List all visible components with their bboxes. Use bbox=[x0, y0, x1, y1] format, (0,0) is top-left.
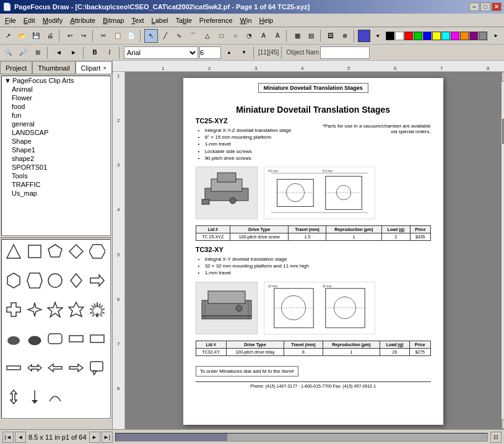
color-swatch-white[interactable] bbox=[395, 32, 404, 40]
close-button[interactable]: ✕ bbox=[492, 2, 502, 11]
bold-button[interactable]: B bbox=[88, 46, 102, 59]
italic-button[interactable]: I bbox=[103, 46, 116, 59]
shape-cross[interactable] bbox=[4, 300, 23, 319]
shape-callout[interactable] bbox=[88, 359, 106, 377]
shape-arrow-right-notch[interactable] bbox=[67, 359, 85, 377]
menu-edit[interactable]: Edit bbox=[20, 15, 39, 25]
font-size-up[interactable]: ▲ bbox=[222, 46, 236, 59]
bezier-tool[interactable]: ⌒ bbox=[186, 29, 200, 43]
textbox-tool[interactable]: A bbox=[271, 29, 285, 43]
menu-bitmap[interactable]: Bitmap bbox=[99, 15, 128, 25]
font-size-down[interactable]: ▼ bbox=[237, 46, 251, 59]
rect-tool[interactable]: □ bbox=[215, 29, 228, 43]
color-swatch-blue[interactable] bbox=[423, 32, 432, 40]
tree-item-us-map[interactable]: Us_map bbox=[2, 189, 110, 198]
nav-prev-button[interactable]: ◄ bbox=[15, 432, 26, 443]
shape-arrow-double-v[interactable] bbox=[4, 388, 23, 406]
shape-hexagon-wide[interactable] bbox=[88, 242, 106, 261]
line-tool[interactable]: ╱ bbox=[159, 29, 172, 43]
menu-label[interactable]: Label bbox=[148, 15, 172, 25]
nav-first-button[interactable]: |◄ bbox=[2, 432, 14, 443]
polygon-tool[interactable]: △ bbox=[201, 29, 214, 43]
shape-diamond[interactable] bbox=[67, 242, 85, 261]
tab-thumbnail[interactable]: Thumbnail bbox=[32, 61, 75, 74]
grid-tool[interactable]: ▦ bbox=[290, 29, 304, 43]
maximize-button[interactable]: □ bbox=[480, 2, 490, 11]
tree-root[interactable]: ▼ PageFocus Clip Arts bbox=[2, 76, 110, 85]
shape-hexagon1[interactable] bbox=[4, 271, 23, 290]
menu-preference[interactable]: Preference bbox=[196, 15, 237, 25]
nav-next-button[interactable]: ► bbox=[89, 432, 100, 443]
shape-small-rect[interactable] bbox=[88, 329, 106, 348]
menu-modify[interactable]: Modify bbox=[39, 15, 66, 25]
tree-item-tools[interactable]: Tools bbox=[2, 172, 110, 180]
shape-oval[interactable] bbox=[25, 329, 44, 348]
shape-arrow-right[interactable] bbox=[88, 271, 106, 290]
shape-arrow-double-h[interactable] bbox=[25, 359, 44, 377]
open-button[interactable]: 📂 bbox=[15, 29, 29, 43]
menu-file[interactable]: File bbox=[1, 15, 20, 25]
current-color-fill[interactable] bbox=[358, 30, 370, 42]
tree-item-shape[interactable]: Shape bbox=[2, 137, 110, 146]
tree-item-animal[interactable]: Animal bbox=[2, 85, 110, 94]
minimize-button[interactable]: − bbox=[469, 2, 479, 11]
tab-project[interactable]: Project bbox=[0, 61, 32, 74]
shape-pentagon[interactable] bbox=[46, 242, 64, 261]
tab-close-button[interactable]: × bbox=[103, 65, 106, 71]
vertical-scrollbar[interactable]: ▲ ▼ bbox=[502, 72, 504, 429]
color-swatch-cyan[interactable] bbox=[441, 32, 450, 40]
menu-win[interactable]: Win bbox=[237, 15, 256, 25]
color-right-arrow[interactable]: ► bbox=[489, 29, 503, 43]
scroll-track[interactable] bbox=[502, 82, 504, 419]
menu-attribute[interactable]: Attribute bbox=[66, 15, 99, 25]
next-page-button[interactable]: ► bbox=[67, 46, 80, 59]
fit-page-button[interactable]: ⊞ bbox=[31, 46, 45, 59]
shape-square[interactable] bbox=[25, 242, 44, 261]
shape-rhombus[interactable] bbox=[67, 271, 85, 290]
scroll-up-button[interactable]: ▲ bbox=[502, 72, 504, 82]
print-button[interactable]: 🖨 bbox=[43, 29, 57, 43]
tree-item-shape1[interactable]: Shape1 bbox=[2, 146, 110, 154]
special-tool[interactable]: ⊕ bbox=[338, 29, 352, 43]
tree-item-shape2[interactable]: shape2 bbox=[2, 154, 110, 163]
shape-star6[interactable] bbox=[67, 300, 85, 319]
obj-name-input[interactable] bbox=[320, 46, 370, 59]
shape-arrow-curved[interactable] bbox=[46, 388, 64, 406]
menu-table[interactable]: Table bbox=[172, 15, 195, 25]
shape-thin-rect[interactable] bbox=[4, 359, 23, 377]
tree-item-sports01[interactable]: SPORTS01 bbox=[2, 163, 110, 172]
arrow-tool[interactable]: ↖ bbox=[144, 29, 158, 43]
color-swatch-gray[interactable] bbox=[479, 32, 487, 40]
shape-hexagon2[interactable] bbox=[25, 271, 44, 290]
shape-triangle-left[interactable] bbox=[4, 242, 23, 261]
shape-arrow-left-notch[interactable] bbox=[46, 359, 64, 377]
undo-button[interactable]: ↩ bbox=[63, 29, 77, 43]
copy-button[interactable]: 📋 bbox=[111, 29, 124, 43]
shape-rounded-rect[interactable] bbox=[46, 329, 64, 348]
cut-button[interactable]: ✂ bbox=[97, 29, 110, 43]
font-name-select[interactable]: Arial bbox=[124, 46, 198, 59]
shape-wide-rect[interactable] bbox=[67, 329, 85, 348]
tree-item-fun[interactable]: fun bbox=[2, 111, 110, 120]
shape-star5[interactable] bbox=[46, 300, 64, 319]
paste-button[interactable]: 📄 bbox=[125, 29, 139, 43]
zoom-out-button[interactable]: 🔎 bbox=[16, 46, 30, 59]
tree-item-food[interactable]: food bbox=[2, 102, 110, 111]
color-swatch-red[interactable] bbox=[404, 32, 413, 40]
tree-item-flower[interactable]: Flower bbox=[2, 94, 110, 102]
font-size-input[interactable] bbox=[199, 46, 221, 59]
tree-item-landscap[interactable]: LANDSCAP bbox=[2, 128, 110, 137]
arc-tool[interactable]: ◔ bbox=[243, 29, 256, 43]
color-swatch-purple[interactable] bbox=[469, 32, 478, 40]
shape-star4[interactable] bbox=[25, 300, 44, 319]
menu-text[interactable]: Text bbox=[128, 15, 147, 25]
new-button[interactable]: ↗ bbox=[1, 29, 15, 43]
text-tool[interactable]: A bbox=[257, 29, 271, 43]
shape-star-burst[interactable] bbox=[88, 300, 106, 319]
color-swatch-black[interactable] bbox=[386, 32, 394, 40]
nav-last-button[interactable]: ►| bbox=[102, 432, 113, 443]
image-tool[interactable]: 🖼 bbox=[324, 29, 338, 43]
tab-clipart[interactable]: Clipart × bbox=[76, 61, 112, 74]
prev-page-button[interactable]: ◄ bbox=[52, 46, 66, 59]
color-swatch-yellow[interactable] bbox=[432, 32, 441, 40]
